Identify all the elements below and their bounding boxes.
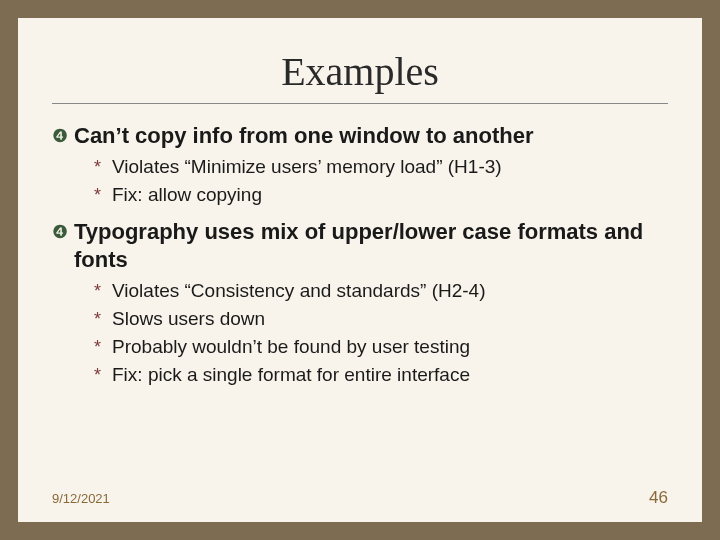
slide-frame: Examples ❹ Can’t copy info from one wind… [0, 0, 720, 540]
bullet-lvl2: * Fix: allow copying [94, 182, 668, 208]
bullet-lvl2: * Slows users down [94, 306, 668, 332]
slide-title: Examples [52, 48, 668, 95]
bullet-lvl2-icon: * [94, 306, 112, 332]
bullet-lvl2-text: Slows users down [112, 306, 265, 332]
bullet-lvl2-icon: * [94, 334, 112, 360]
bullet-lvl2-icon: * [94, 182, 112, 208]
bullet-lvl2: * Fix: pick a single format for entire i… [94, 362, 668, 388]
footer-page-number: 46 [649, 488, 668, 508]
bullet-lvl1-icon: ❹ [52, 218, 74, 246]
bullet-lvl2-icon: * [94, 278, 112, 304]
bullet-lvl1-text: Typography uses mix of upper/lower case … [74, 218, 668, 274]
bullet-lvl2-text: Violates “Consistency and standards” (H2… [112, 278, 486, 304]
bullet-lvl2-text: Probably wouldn’t be found by user testi… [112, 334, 470, 360]
slide-footer: 9/12/2021 46 [18, 488, 702, 508]
bullet-lvl1: ❹ Typography uses mix of upper/lower cas… [52, 218, 668, 274]
bullet-lvl2-text: Violates “Minimize users’ memory load” (… [112, 154, 502, 180]
slide-content: ❹ Can’t copy info from one window to ano… [52, 122, 668, 388]
bullet-lvl1-text: Can’t copy info from one window to anoth… [74, 122, 534, 150]
slide-body: Examples ❹ Can’t copy info from one wind… [18, 18, 702, 522]
bullet-lvl2: * Violates “Consistency and standards” (… [94, 278, 668, 304]
bullet-lvl2: * Probably wouldn’t be found by user tes… [94, 334, 668, 360]
bullet-lvl2-icon: * [94, 362, 112, 388]
bullet-lvl2-text: Fix: pick a single format for entire int… [112, 362, 470, 388]
bullet-lvl2-text: Fix: allow copying [112, 182, 262, 208]
bullet-lvl2-icon: * [94, 154, 112, 180]
bullet-lvl1-icon: ❹ [52, 122, 74, 150]
footer-date: 9/12/2021 [52, 491, 110, 506]
bullet-lvl2: * Violates “Minimize users’ memory load”… [94, 154, 668, 180]
title-rule [52, 103, 668, 104]
bullet-lvl1: ❹ Can’t copy info from one window to ano… [52, 122, 668, 150]
